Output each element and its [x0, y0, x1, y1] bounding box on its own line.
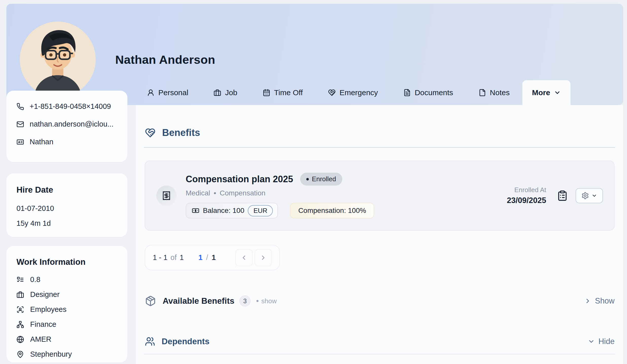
clipboard-list-icon[interactable]: [557, 190, 568, 201]
benefits-header: Benefits: [145, 127, 200, 138]
pagination-range: 1 - 1 of 1: [153, 253, 184, 262]
chevron-down-icon: [592, 193, 597, 198]
id-card-icon: [16, 138, 24, 146]
work-item-region: AMER: [16, 335, 117, 343]
tab-label: Time Off: [274, 88, 303, 97]
receipt-icon: [162, 191, 171, 200]
work-item-label: Employees: [30, 305, 66, 314]
toggle-label: Show: [595, 296, 615, 306]
plan-settings-button[interactable]: [576, 188, 603, 203]
hire-tenure-value: 15y 4m 1d: [16, 219, 117, 228]
tab-job[interactable]: Job: [214, 88, 237, 97]
benefits-title: Benefits: [162, 127, 200, 138]
dot-separator: •: [214, 189, 216, 197]
dependents-header: Dependents: [145, 336, 210, 347]
package-icon: [145, 295, 156, 307]
tab-notes[interactable]: Notes: [479, 88, 510, 97]
total-count: 1: [180, 253, 184, 262]
nickname-value: Nathan: [30, 138, 53, 146]
divider: [144, 354, 615, 354]
chevron-right-icon: [260, 254, 267, 261]
enrolled-at-block: Enrolled At 23/09/2025: [507, 186, 546, 205]
tab-time-off[interactable]: Time Off: [263, 88, 303, 97]
compensation-chip: Compensation: 100%: [290, 203, 374, 218]
email-value: nathan.anderson@iclou...: [30, 120, 113, 128]
phone-row: +1-851-849-0458×14009: [16, 102, 117, 111]
available-benefits-row: Available Benefits 3 • show Show: [145, 293, 615, 309]
briefcase-icon: [16, 291, 24, 298]
file-text-icon: [403, 89, 411, 96]
work-info-title: Work Information: [16, 257, 117, 267]
user-icon: [147, 89, 155, 96]
enrolled-at-value: 23/09/2025: [507, 196, 546, 205]
status-label: Enrolled: [312, 175, 336, 183]
enrolled-at-label: Enrolled At: [514, 186, 546, 194]
work-item-label: Designer: [30, 290, 60, 299]
status-badge: Enrolled: [300, 173, 342, 186]
page-title: Nathan Anderson: [115, 53, 215, 67]
total-pages: 1: [212, 253, 216, 262]
benefits-panel: Benefits Compensation plan 2025 Enrolled…: [136, 105, 623, 364]
hire-date-card: Hire Date 01-07-2010 15y 4m 1d: [6, 173, 127, 237]
tab-documents[interactable]: Documents: [403, 88, 453, 97]
heart-handshake-icon: [145, 128, 156, 138]
mail-icon: [16, 120, 24, 128]
work-item-fte: 0.8: [16, 275, 117, 284]
prev-page-button[interactable]: [235, 249, 253, 266]
tab-label: Documents: [415, 88, 453, 97]
plan-category: Compensation: [220, 189, 265, 197]
users-icon: [145, 336, 155, 347]
gear-icon: [581, 192, 589, 199]
contact-card: +1-851-849-0458×14009 nathan.anderson@ic…: [6, 91, 127, 162]
count-badge: 3: [239, 295, 251, 307]
hire-date-title: Hire Date: [16, 185, 117, 195]
benefit-plan-card: Compensation plan 2025 Enrolled Medical …: [145, 160, 615, 231]
balance-chip: Balance: 100 EUR: [186, 203, 278, 218]
chevron-right-icon: [584, 297, 591, 305]
user-scan-icon: [16, 306, 24, 313]
tab-emergency[interactable]: Emergency: [328, 88, 378, 97]
work-info-card: Work Information 0.8 Designer Employees …: [6, 246, 127, 362]
next-page-button[interactable]: [255, 249, 272, 266]
divider: [144, 147, 615, 148]
toggle-label: Hide: [598, 337, 615, 346]
banknote-icon: [192, 207, 199, 214]
tab-label: Personal: [158, 88, 188, 97]
balance-label: Balance: 100: [203, 207, 244, 215]
of-label: of: [170, 253, 177, 262]
dependents-title: Dependents: [162, 337, 210, 346]
work-item-label: 0.8: [30, 275, 40, 284]
work-item-location: Stephenbury: [16, 350, 117, 358]
range-text: 1 - 1: [153, 253, 167, 262]
heart-handshake-icon: [328, 89, 336, 96]
avatar-image: [20, 22, 96, 97]
globe-icon: [16, 336, 24, 343]
hire-date-value: 01-07-2010: [16, 204, 117, 213]
tab-label: Job: [225, 88, 237, 97]
tab-personal[interactable]: Personal: [147, 88, 188, 97]
plan-title: Compensation plan 2025: [186, 174, 293, 185]
file-icon: [479, 89, 486, 96]
tab-more[interactable]: More: [522, 80, 571, 105]
email-row: nathan.anderson@iclou...: [16, 120, 117, 128]
status-dot-icon: [306, 178, 309, 180]
tab-label: Emergency: [339, 88, 378, 97]
currency-pill: EUR: [248, 205, 273, 216]
chevron-down-icon: [554, 89, 561, 96]
inline-show-link[interactable]: • show: [256, 297, 277, 305]
current-page: 1: [198, 253, 202, 262]
work-item-team: Employees: [16, 305, 117, 314]
calendar-icon: [263, 89, 270, 96]
phone-icon: [16, 103, 24, 110]
inline-show-label: show: [261, 297, 277, 305]
dependents-row: Dependents Hide: [145, 334, 615, 349]
pagination-pages: 1 / 1: [198, 253, 216, 262]
available-benefits-toggle[interactable]: Show: [584, 296, 615, 306]
work-item-label: Stephenbury: [30, 350, 72, 358]
dependents-toggle[interactable]: Hide: [588, 337, 615, 346]
pagination-bar: 1 - 1 of 1 1 / 1: [145, 245, 280, 270]
nickname-row: Nathan: [16, 138, 117, 146]
briefcase-icon: [214, 89, 221, 96]
chevron-down-icon: [588, 338, 595, 345]
available-benefits-title: Available Benefits: [163, 296, 234, 306]
